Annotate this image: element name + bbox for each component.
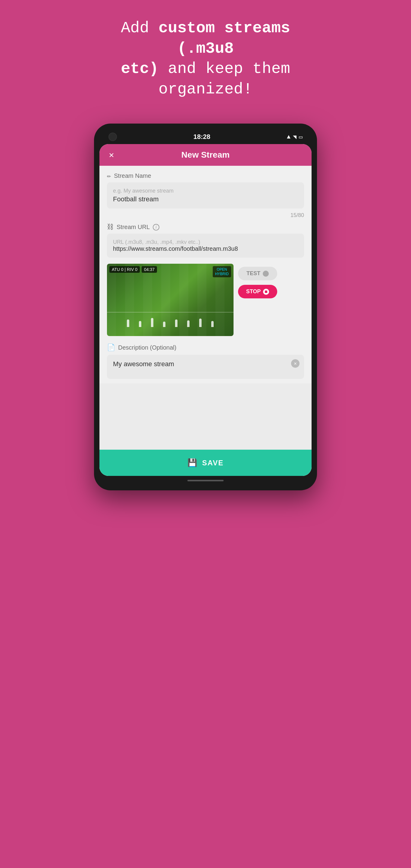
app-header: ✕ New Stream — [99, 144, 312, 166]
description-input[interactable]: My awesome stream ✕ — [107, 355, 304, 379]
play-icon — [263, 271, 269, 277]
open-badge: OPENHYBRID — [213, 266, 231, 277]
home-bar — [99, 476, 312, 485]
save-icon: 💾 — [187, 458, 198, 467]
description-section: 📄 Description (Optional) My awesome stre… — [99, 341, 312, 383]
stream-url-label: Stream URL — [117, 224, 150, 230]
wifi-icon: ▲ — [287, 133, 290, 141]
stop-button[interactable]: STOP — [238, 285, 277, 299]
test-label: TEST — [247, 270, 260, 277]
stop-label: STOP — [246, 288, 261, 295]
status-bar: 18:28 ▲ ◥ ▭ — [99, 129, 312, 144]
status-icons: ▲ ◥ ▭ — [287, 133, 303, 141]
action-buttons: TEST STOP — [238, 264, 277, 299]
info-icon[interactable]: i — [153, 224, 159, 230]
close-button[interactable]: ✕ — [105, 149, 118, 161]
doc-icon: 📄 — [107, 344, 115, 352]
page-title: New Stream — [181, 150, 230, 160]
save-label: SAVE — [202, 459, 224, 467]
battery-icon: ▭ — [299, 133, 303, 141]
stream-url-label-row: ⛓ Stream URL i — [107, 223, 304, 231]
char-count: 15/80 — [99, 212, 312, 218]
hero-text: Add custom streams (.m3u8etc) and keep t… — [94, 18, 317, 99]
status-time: 18:28 — [193, 133, 210, 141]
description-value: My awesome stream — [113, 360, 298, 368]
url-placeholder: URL (.m3u8, .m3u, .mp4, .mkv etc..) — [113, 239, 298, 245]
clear-description-button[interactable]: ✕ — [291, 359, 299, 368]
link-icon: ⛓ — [107, 223, 114, 231]
stream-name-label-row: ✏ Stream Name — [107, 172, 304, 180]
camera-notch — [108, 133, 117, 141]
stream-name-value: Football stream — [113, 195, 298, 203]
stop-icon — [263, 289, 269, 295]
stream-url-section: ⛓ Stream URL i URL (.m3u8, .m3u, .mp4, .… — [99, 218, 312, 259]
stream-name-label: Stream Name — [114, 173, 151, 179]
home-indicator — [187, 480, 224, 481]
signal-icon: ◥ — [293, 133, 296, 141]
hero-line1: Add custom streams (.m3u8etc) and keep t… — [121, 19, 290, 98]
phone-mockup: 18:28 ▲ ◥ ▭ ✕ New Stream ✏ Stream Name e… — [94, 124, 317, 490]
score-badge: ATU 0 | RIV 0 — [109, 266, 140, 273]
stream-name-input[interactable]: e.g. My awesome stream Football stream — [107, 182, 304, 209]
test-button[interactable]: TEST — [238, 267, 277, 280]
video-overlay-top: ATU 0 | RIV 0 04:37 — [109, 266, 157, 273]
description-label-row: 📄 Description (Optional) — [107, 344, 304, 352]
empty-content-area — [99, 383, 312, 450]
description-label: Description (Optional) — [118, 344, 176, 351]
video-test-area: ATU 0 | RIV 0 04:37 OPENHYBRID — [99, 259, 312, 341]
phone-screen: ✕ New Stream ✏ Stream Name e.g. My aweso… — [99, 144, 312, 476]
form-area: ✏ Stream Name e.g. My awesome stream Foo… — [99, 166, 312, 476]
stream-name-placeholder: e.g. My awesome stream — [113, 188, 298, 194]
timer-badge: 04:37 — [141, 266, 157, 273]
stream-name-section: ✏ Stream Name e.g. My awesome stream Foo… — [99, 166, 312, 212]
url-value: https://www.streams.com/football/stream.… — [113, 245, 298, 252]
video-preview: ATU 0 | RIV 0 04:37 OPENHYBRID — [107, 264, 233, 336]
pen-icon: ✏ — [107, 172, 111, 180]
stream-url-input[interactable]: URL (.m3u8, .m3u, .mp4, .mkv etc..) http… — [107, 234, 304, 258]
save-button[interactable]: 💾 SAVE — [99, 450, 312, 476]
